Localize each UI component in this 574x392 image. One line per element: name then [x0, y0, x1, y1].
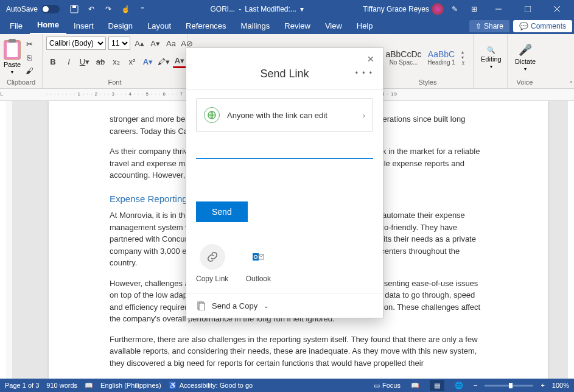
autosave-control[interactable]: AutoSave — [0, 5, 66, 13]
copy-link-button[interactable]: Copy Link — [196, 244, 228, 283]
zoom-in-button[interactable]: + — [541, 382, 544, 389]
strikethrough-button[interactable]: ab — [94, 55, 107, 68]
ribbon-tabs: File Home Insert Design Layout Reference… — [0, 18, 574, 34]
zoom-level[interactable]: 100% — [552, 382, 569, 389]
last-modified[interactable]: Last Modified:... — [245, 5, 296, 13]
word-count[interactable]: 910 words — [46, 382, 77, 389]
title-center: GORI... - Last Modified:... ▾ — [151, 5, 363, 13]
tab-design[interactable]: Design — [101, 19, 140, 34]
tab-view[interactable]: View — [318, 19, 349, 34]
accessibility-indicator[interactable]: ♿ Accessibility: Good to go — [169, 382, 253, 390]
outlook-button[interactable]: O Outlook — [245, 244, 271, 283]
group-styles: aBbCcDc No Spac... AaBbC Heading 1 ▴ ▾ ⊻… — [382, 34, 474, 88]
redo-icon[interactable]: ↷ — [100, 0, 117, 18]
focus-icon: ▭ — [374, 382, 380, 390]
close-button[interactable] — [544, 0, 570, 18]
font-size-select[interactable]: 11 — [108, 37, 130, 50]
language-indicator[interactable]: English (Philippines) — [100, 382, 161, 389]
permission-selector[interactable]: Anyone with the link can edit › — [196, 98, 373, 132]
svg-rect-1 — [72, 5, 76, 8]
minimize-button[interactable] — [485, 0, 512, 18]
tab-insert[interactable]: Insert — [66, 19, 101, 34]
qat-customize-icon[interactable]: ⁼ — [134, 0, 151, 18]
tab-mailings[interactable]: Mailings — [234, 19, 278, 34]
copy-icon[interactable]: ⎘ — [23, 52, 35, 64]
globe-icon — [204, 107, 220, 123]
font-label: Font — [46, 79, 183, 87]
bold-button[interactable]: B — [46, 55, 60, 68]
dictate-button[interactable]: 🎤 Dictate ▾ — [511, 43, 539, 72]
tab-help[interactable]: Help — [349, 19, 380, 34]
user-avatar[interactable] — [432, 3, 444, 15]
chevron-down-icon: ⌄ — [264, 303, 268, 309]
group-voice: 🎤 Dictate ▾ Voice — [508, 34, 542, 88]
title-bar: AutoSave ↶ ↷ ☝ ⁼ GORI... - Last Modified… — [0, 0, 574, 18]
ribbon-display-icon[interactable]: ⊞ — [466, 0, 483, 18]
comments-button[interactable]: 💬 Comments — [513, 20, 572, 32]
highlight-icon[interactable]: 🖍▾ — [157, 55, 170, 68]
touch-mode-icon[interactable]: ☝ — [117, 0, 134, 18]
spell-check-icon[interactable]: 📖 — [85, 382, 93, 390]
font-name-select[interactable]: Calibri (Body) — [46, 37, 106, 50]
user-name[interactable]: Tiffany Grace Reyes — [363, 5, 429, 13]
dialog-close-icon[interactable]: ✕ — [367, 54, 374, 64]
tab-home[interactable]: Home — [30, 18, 66, 34]
styles-scroll-down-icon[interactable]: ▾ — [461, 55, 465, 60]
format-painter-icon[interactable]: 🖌 — [23, 65, 35, 77]
recipients-input[interactable] — [196, 142, 373, 159]
share-button[interactable]: ⇧ Share — [469, 20, 509, 32]
tab-file[interactable]: File — [2, 19, 30, 34]
chevron-right-icon: › — [363, 111, 365, 120]
italic-button[interactable]: I — [62, 55, 75, 68]
font-color-icon[interactable]: A▾ — [173, 55, 186, 68]
zoom-slider[interactable] — [485, 385, 533, 387]
cut-icon[interactable]: ✂ — [23, 38, 35, 51]
underline-button[interactable]: U ▾ — [78, 55, 91, 68]
style-heading-1[interactable]: AaBbC Heading 1 — [424, 42, 459, 74]
document-title: GORI... — [210, 5, 235, 13]
subscript-button[interactable]: x₂ — [110, 55, 123, 68]
status-bar: Page 1 of 3 910 words 📖 English (Philipp… — [0, 379, 574, 392]
autosave-toggle[interactable] — [41, 5, 60, 13]
collapse-ribbon-icon[interactable]: ˄ — [570, 80, 573, 87]
microphone-icon: 🎤 — [519, 43, 532, 57]
vertical-ruler[interactable] — [6, 101, 12, 379]
send-a-copy-button[interactable]: Send a Copy ⌄ — [186, 293, 383, 318]
svg-text:O: O — [254, 254, 258, 260]
tab-references[interactable]: References — [178, 19, 233, 34]
print-layout-icon[interactable]: ▤ — [430, 380, 444, 391]
web-layout-icon[interactable]: 🌐 — [452, 380, 466, 391]
styles-scroll-up-icon[interactable]: ▴ — [461, 49, 465, 55]
read-mode-icon[interactable]: 📖 — [408, 380, 422, 391]
share-icon: ⇧ — [475, 22, 481, 30]
tab-review[interactable]: Review — [277, 19, 318, 34]
save-icon[interactable] — [66, 0, 83, 18]
dialog-more-icon[interactable]: • • • — [355, 69, 373, 77]
paragraph: Furthermore, there are also challenges i… — [110, 334, 487, 369]
maximize-button[interactable] — [514, 0, 541, 18]
page-indicator[interactable]: Page 1 of 3 — [5, 382, 39, 389]
group-clipboard: Paste ▾ ✂ ⎘ 🖌 Clipboard — [0, 34, 43, 88]
styles-expand-icon[interactable]: ⊻ — [461, 60, 465, 66]
send-button[interactable]: Send — [196, 201, 248, 222]
editing-button[interactable]: 🔍 Editing ▾ — [477, 46, 505, 69]
grow-font-icon[interactable]: A▴ — [133, 37, 146, 50]
change-case-icon[interactable]: Aa — [164, 37, 178, 50]
paste-icon — [4, 40, 21, 60]
copy-link-icon — [200, 244, 225, 270]
shrink-font-icon[interactable]: A▾ — [149, 37, 162, 50]
text-effects-icon[interactable]: A▾ — [141, 55, 155, 68]
zoom-out-button[interactable]: − — [474, 382, 477, 389]
style-no-spacing[interactable]: aBbCcDc No Spac... — [386, 42, 421, 74]
dialog-title: Send Link • • • — [186, 68, 383, 89]
voice-label: Voice — [511, 79, 538, 87]
draw-icon[interactable]: ✎ — [446, 0, 463, 18]
tab-layout[interactable]: Layout — [140, 19, 178, 34]
paste-button[interactable]: Paste ▾ — [4, 40, 21, 75]
superscript-button[interactable]: x² — [125, 55, 139, 68]
focus-button[interactable]: ▭ Focus — [374, 382, 401, 390]
accessibility-icon: ♿ — [169, 382, 177, 390]
undo-icon[interactable]: ↶ — [83, 0, 100, 18]
group-editing: 🔍 Editing ▾ — [474, 34, 508, 88]
styles-label: Styles — [386, 79, 469, 87]
